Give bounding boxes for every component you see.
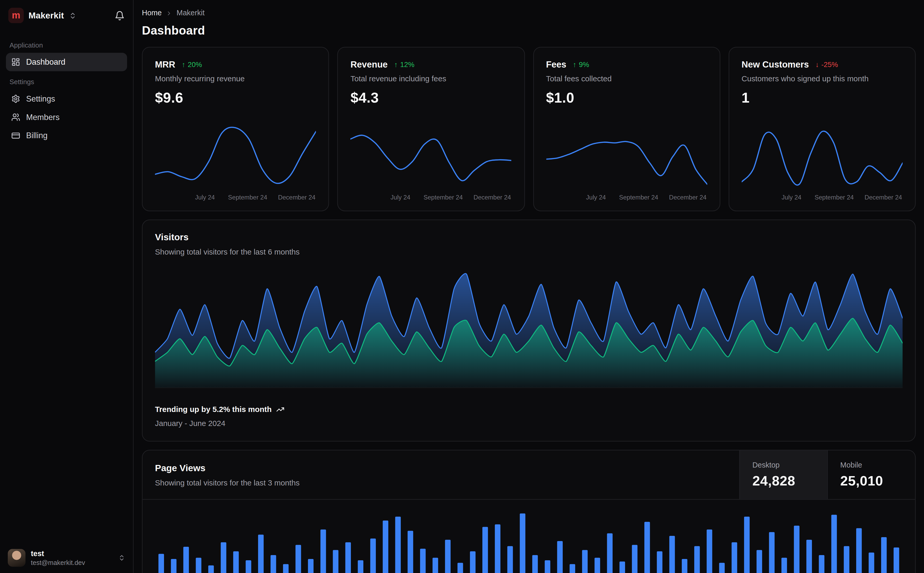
bell-icon [115,10,125,20]
user-email: test@makerkit.dev [31,559,85,566]
stat-subtitle: Total fees collected [546,74,707,83]
chevron-right-icon [166,10,172,16]
mrr-sparkline-chart [155,124,316,189]
makerkit-logo: m [8,8,24,23]
page-views-subtitle: Showing total visitors for the last 3 mo… [155,478,727,487]
workspace-name: Makerkit [28,11,64,20]
stat-card-fees: Fees ↑9% Total fees collected $1.0 July … [533,47,720,211]
user-name: test [31,550,85,558]
stat-title: Fees [546,59,566,69]
visitors-subtitle: Showing total visitors for the last 6 mo… [155,247,902,256]
trend-badge: ↑9% [573,60,589,69]
sidebar-item-label: Settings [26,94,55,103]
notifications-bell-button[interactable] [115,10,125,20]
stat-card-revenue: Revenue ↑12% Total revenue including fee… [337,47,524,211]
trend-badge: ↓-25% [815,60,838,69]
user-avatar [8,549,26,567]
chevrons-up-down-icon [118,554,125,561]
users-icon [11,113,20,122]
sidebar: m Makerkit Application Dashboard Setting… [0,0,133,573]
sidebar-item-dashboard[interactable]: Dashboard [6,53,127,71]
x-tick: July 24 [195,194,215,200]
x-tick: December 24 [474,194,511,200]
sidebar-item-settings[interactable]: Settings [6,89,127,108]
sidebar-item-billing[interactable]: Billing [6,127,127,145]
trend-badge: ↑20% [182,60,202,69]
tab-label: Desktop [753,461,815,469]
page-views-title: Page Views [155,463,727,473]
sidebar-item-label: Dashboard [26,58,66,66]
x-tick: September 24 [228,194,267,200]
x-tick: December 24 [864,194,902,200]
stat-subtitle: Monthly recurring revenue [155,74,316,83]
spark-x-axis: July 24 September 24 December 24 [742,194,903,202]
tab-label: Mobile [840,461,903,469]
pageviews-tab-mobile[interactable]: Mobile 25,010 [827,450,915,499]
trend-value: 12% [400,60,414,69]
trend-value: 20% [188,60,202,69]
tab-value: 25,010 [840,473,903,489]
stats-row: MRR ↑20% Monthly recurring revenue $9.6 … [142,47,916,211]
x-tick: September 24 [424,194,463,200]
stat-title: Revenue [351,59,388,69]
x-tick: July 24 [391,194,410,200]
stat-value: 1 [742,89,903,106]
user-meta: test test@makerkit.dev [31,550,85,566]
visitors-trend-text: Trending up by 5.2% this month [155,405,271,413]
stat-value: $4.3 [351,89,512,106]
spark-x-axis: July 24 September 24 December 24 [155,194,316,202]
page-views-bar-chart [155,512,902,573]
chevrons-up-down-icon [69,12,77,19]
fees-sparkline-chart [546,124,707,189]
trend-badge: ↑12% [394,60,414,69]
trend-arrow-icon: ↓ [815,60,819,69]
x-tick: September 24 [814,194,854,200]
trend-value: 9% [579,60,589,69]
visitors-card: Visitors Showing total visitors for the … [142,219,916,441]
stat-title: MRR [155,59,175,69]
visitors-footer: Trending up by 5.2% this month January -… [155,405,902,428]
sidebar-item-members[interactable]: Members [6,108,127,127]
workspace-selector[interactable]: m Makerkit [0,0,133,31]
credit-card-icon [11,131,20,140]
main-content: Home Makerkit Dashboard MRR ↑20% Monthly… [133,0,924,573]
sidebar-item-label: Members [26,113,60,122]
page-views-card: Page Views Showing total visitors for th… [142,450,916,573]
app-window: m Makerkit Application Dashboard Setting… [0,0,924,573]
visitors-date-range: January - June 2024 [155,419,902,428]
breadcrumb-current[interactable]: Makerkit [176,9,204,17]
x-tick: September 24 [619,194,658,200]
page-title: Dashboard [142,23,916,38]
stat-subtitle: Customers who signed up this month [742,74,903,83]
stat-subtitle: Total revenue including fees [351,74,512,83]
pageviews-tab-desktop[interactable]: Desktop 24,828 [739,450,827,499]
stat-title: New Customers [742,59,809,69]
spark-x-axis: July 24 September 24 December 24 [351,194,512,202]
sidebar-item-label: Billing [26,131,47,140]
trend-arrow-icon: ↑ [394,60,398,69]
x-tick: December 24 [278,194,315,200]
stat-value: $9.6 [155,89,316,106]
trending-up-icon [276,405,285,413]
stat-card-new-customers: New Customers ↓-25% Customers who signed… [728,47,916,211]
breadcrumb-home[interactable]: Home [142,9,162,17]
stat-card-mrr: MRR ↑20% Monthly recurring revenue $9.6 … [142,47,329,211]
dashboard-grid-icon [11,58,20,66]
trend-arrow-icon: ↑ [573,60,576,69]
user-menu[interactable]: test test@makerkit.dev [0,542,133,573]
trend-arrow-icon: ↑ [182,60,185,69]
nav-section-settings: Settings [6,71,127,89]
breadcrumb: Home Makerkit [142,9,916,17]
x-tick: July 24 [586,194,606,200]
visitors-title: Visitors [155,232,902,243]
stat-value: $1.0 [546,89,707,106]
tab-value: 24,828 [753,473,815,489]
trend-value: -25% [821,60,838,69]
gear-icon [11,94,20,103]
nav-section-application: Application [6,34,127,53]
spark-x-axis: July 24 September 24 December 24 [546,194,707,202]
visitors-area-chart [155,272,902,388]
sidebar-nav: Application Dashboard Settings Settings … [0,31,133,148]
page-views-header: Page Views Showing total visitors for th… [143,450,915,500]
new-customers-sparkline-chart [742,124,903,189]
